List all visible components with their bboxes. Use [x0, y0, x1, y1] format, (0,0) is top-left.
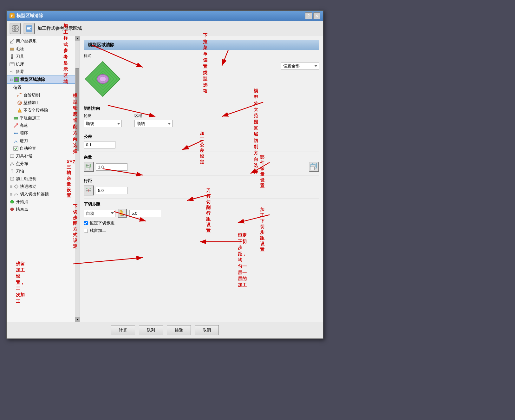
rest-machining-label: 残留加工 [90, 228, 106, 233]
svg-point-40 [10, 208, 14, 211]
sidebar-item-tool[interactable]: 刀具 [7, 53, 80, 60]
step-down-icon-btn[interactable] [118, 209, 127, 218]
feed-in-icon [13, 138, 18, 143]
svg-point-47 [100, 76, 106, 82]
svg-point-20 [18, 101, 22, 105]
sidebar-item-model-clear[interactable]: ⊟ 模型区域清除 [7, 75, 80, 84]
pitch-icon-btn[interactable] [84, 185, 94, 195]
sidebar-item-unsafe[interactable]: ! 不安全段移除 [7, 107, 80, 114]
svg-rect-12 [11, 54, 13, 57]
tolerance-input[interactable]: 0.1 [84, 141, 115, 148]
toolbar-btn-1[interactable] [10, 23, 21, 34]
rapid-move-icon [14, 184, 19, 189]
accept-button[interactable]: 接受 [167, 325, 191, 335]
sidebar-item-auto-check[interactable]: 自动检查 [7, 145, 80, 152]
svg-point-27 [15, 133, 16, 134]
sidebar-label: 结束点 [16, 207, 28, 212]
annotation-part-allowance: 部件余量设置 [260, 154, 264, 189]
sidebar-item-coordinate[interactable]: 用户坐标系 [7, 37, 80, 45]
sidebar-label: 切入切出和连接 [20, 191, 49, 197]
blank-icon [10, 46, 15, 51]
sidebar-label: 点分布 [16, 161, 28, 167]
sidebar-item-limit[interactable]: 限界 [7, 68, 80, 75]
sidebar-item-feed-in[interactable]: 进刀 [7, 137, 80, 145]
sidebar-item-sequence[interactable]: 顺序 [7, 129, 80, 137]
pitch-title: 行距 [84, 178, 319, 184]
constant-step-checkbox[interactable] [84, 221, 88, 225]
sidebar-label: 自动检查 [20, 146, 36, 151]
svg-rect-5 [27, 27, 31, 28]
sidebar-item-high-speed[interactable]: 高速 [7, 122, 80, 129]
sidebar-item-wall-finish[interactable]: 壁精加工 [7, 99, 80, 107]
sidebar-label: 壁精加工 [23, 100, 40, 106]
annotation-dropdown-type: 下拉菜单偏置类型选项 [203, 32, 207, 95]
title-bar: P 模型区域清除 ? ✕ [7, 11, 323, 21]
area-direction-group: 区域 顺铣 逆铣 [134, 113, 173, 127]
pitch-section: 行距 [84, 178, 319, 195]
svg-point-28 [16, 133, 18, 134]
step-down-section: 下切步距 自动 固定 最大 [84, 201, 319, 233]
help-button[interactable]: ? [305, 12, 312, 19]
window-title: 模型区域清除 [16, 13, 43, 19]
tool-axis-icon [10, 169, 15, 174]
part-allowance-btn[interactable] [309, 162, 319, 172]
pitch-input[interactable] [96, 187, 127, 194]
sidebar-item-machine[interactable]: 机床 [7, 60, 80, 68]
sidebar-item-start-point[interactable]: 开始点 [7, 198, 80, 206]
sidebar-item-step-cut[interactable]: 台阶切削 [7, 91, 80, 99]
svg-point-39 [10, 200, 14, 203]
flat-face-icon [13, 115, 18, 121]
unsafe-icon: ! [17, 108, 22, 113]
toolbar-btn-2[interactable] [23, 23, 35, 34]
close-button[interactable]: ✕ [313, 12, 320, 19]
sidebar-label: 开始点 [16, 199, 28, 205]
sidebar-label: 刀轴 [16, 168, 24, 174]
coordinate-icon [10, 39, 15, 44]
allowance-input[interactable] [96, 163, 127, 171]
sidebar-label: 刀具补偿 [16, 153, 32, 159]
toolbar: 加工样式参考显示区域 [7, 21, 323, 36]
app-icon: P [10, 13, 15, 18]
annotation-style-ref: 加工样式参考显示区域 [63, 23, 68, 85]
contour-direction-group: 轮廓 顺铣 逆铣 [84, 113, 122, 127]
queue-button[interactable]: 队列 [139, 325, 163, 335]
annotation-rest: 残留加工设置，二次加工 [16, 261, 25, 304]
sidebar-label: 不安全段移除 [23, 108, 48, 113]
svg-rect-29 [14, 146, 18, 151]
sidebar-item-end-point[interactable]: 结束点 [7, 206, 80, 213]
sidebar-label: 刀具 [16, 54, 24, 59]
sidebar-item-blank[interactable]: 毛坯 [7, 45, 80, 53]
step-down-input[interactable] [129, 210, 161, 217]
svg-point-3 [15, 25, 18, 29]
sidebar-scrollbar[interactable]: ▲ ▼ [75, 36, 80, 322]
step-cut-icon [17, 93, 22, 98]
area-direction-dropdown[interactable]: 顺铣 逆铣 [134, 120, 173, 127]
rest-machining-checkbox[interactable] [84, 229, 88, 233]
sidebar-item-tool-comp[interactable]: 刀具补偿 [7, 152, 80, 160]
svg-text:!: ! [19, 110, 20, 113]
allowance-xyz-btn[interactable] [84, 162, 94, 172]
sidebar-item-offset[interactable]: 偏置 [7, 84, 80, 91]
wall-finish-icon [17, 100, 22, 105]
auto-check-icon [13, 146, 18, 151]
annotation-constant-step: 恒定下切步距，均匀一层一层的加工 [238, 232, 247, 288]
annotation-xyz: XYZ三轴余量设置 [67, 159, 75, 199]
calculate-button[interactable]: 计算 [111, 325, 135, 335]
svg-rect-24 [14, 117, 18, 119]
step-down-method-dropdown[interactable]: 自动 固定 最大 [84, 210, 115, 217]
svg-rect-53 [310, 167, 315, 170]
annotation-step-value: 加工下切步距设置 [260, 207, 264, 253]
contour-direction-dropdown[interactable]: 顺铣 逆铣 [84, 120, 122, 127]
sidebar-label: 平坦面加工 [20, 115, 40, 121]
svg-rect-11 [10, 48, 14, 50]
step-down-title: 下切步距 [84, 201, 319, 207]
annotation-outer-area: 模型外大范围区域切削方向选择 [254, 88, 258, 175]
annotation-step-method: 下切步距方式设定 [73, 204, 77, 249]
annotation-tolerance: 加工公差设定 [200, 131, 204, 165]
svg-point-32 [10, 164, 11, 166]
offset-type-dropdown[interactable]: 偏置全部 偏置模型 轮廓 光栅 [281, 62, 319, 69]
cancel-button[interactable]: 取消 [195, 325, 219, 335]
svg-rect-13 [11, 57, 13, 59]
sidebar-item-flat-face[interactable]: 平坦面加工 [7, 114, 80, 122]
svg-rect-7 [27, 30, 31, 30]
